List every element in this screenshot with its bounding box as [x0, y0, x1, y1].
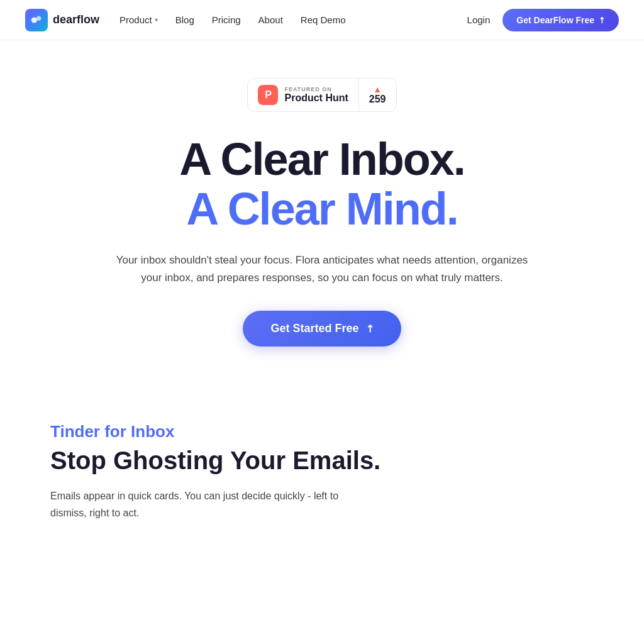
- feature-heading: Stop Ghosting Your Emails.: [50, 445, 594, 475]
- ph-name: Product Hunt: [284, 92, 348, 104]
- nav-link-product[interactable]: Product ▾: [119, 14, 158, 25]
- ph-upvote-count: 259: [369, 94, 386, 105]
- nav-links: Product ▾ Blog Pricing About Req Demo: [119, 14, 346, 25]
- upvote-arrow-icon: ▲: [373, 85, 382, 94]
- hero-title-line2: A Clear Mind.: [186, 184, 457, 234]
- login-button[interactable]: Login: [467, 14, 491, 25]
- feature-description: Emails appear in quick cards. You can ju…: [50, 488, 365, 521]
- logo[interactable]: dearflow: [25, 9, 99, 31]
- hero-subtitle: Your inbox shouldn't steal your focus. F…: [114, 252, 530, 287]
- product-hunt-logo: P: [258, 85, 278, 105]
- cta-arrow-icon: ↗: [362, 322, 377, 336]
- hero-section: P FEATURED ON Product Hunt ▲ 259 A Clear…: [0, 40, 644, 372]
- features-section: Tinder for Inbox Stop Ghosting Your Emai…: [0, 372, 644, 547]
- ph-badge-left: P FEATURED ON Product Hunt: [248, 79, 358, 111]
- ph-text-block: FEATURED ON Product Hunt: [284, 86, 348, 104]
- navbar: dearflow Product ▾ Blog Pricing About Re…: [0, 0, 644, 40]
- nav-left: dearflow Product ▾ Blog Pricing About Re…: [25, 9, 346, 31]
- logo-icon: [25, 9, 48, 31]
- nav-link-req-demo[interactable]: Req Demo: [301, 14, 346, 25]
- feature-label: Tinder for Inbox: [50, 422, 594, 441]
- hero-cta-button[interactable]: Get Started Free ↗: [243, 311, 401, 347]
- nav-link-pricing[interactable]: Pricing: [212, 14, 241, 25]
- nav-link-about[interactable]: About: [258, 14, 283, 25]
- logo-text: dearflow: [53, 13, 99, 26]
- hero-title-line1: A Clear Inbox.: [179, 135, 464, 184]
- product-hunt-badge[interactable]: P FEATURED ON Product Hunt ▲ 259: [247, 78, 396, 112]
- svg-point-0: [31, 17, 37, 23]
- nav-cta-button[interactable]: Get DearFlow Free ↗: [502, 9, 619, 31]
- nav-right: Login Get DearFlow Free ↗: [467, 9, 619, 31]
- svg-point-1: [36, 16, 41, 20]
- ph-featured-text: FEATURED ON: [284, 86, 348, 92]
- chevron-down-icon: ▾: [155, 16, 158, 23]
- ph-upvote-block: ▲ 259: [359, 80, 396, 110]
- arrow-icon: ↗: [596, 14, 607, 25]
- nav-link-blog[interactable]: Blog: [175, 14, 194, 25]
